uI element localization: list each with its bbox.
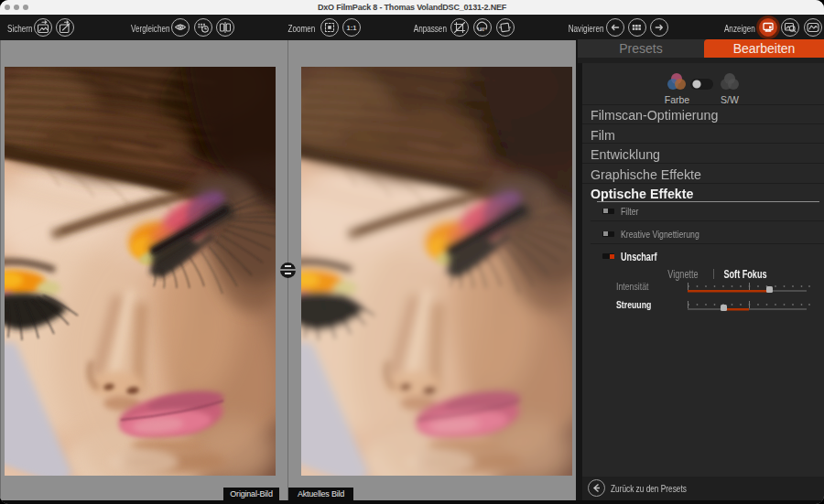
svg-text:90°: 90° xyxy=(480,27,486,32)
svg-text:1:1: 1:1 xyxy=(347,24,357,32)
